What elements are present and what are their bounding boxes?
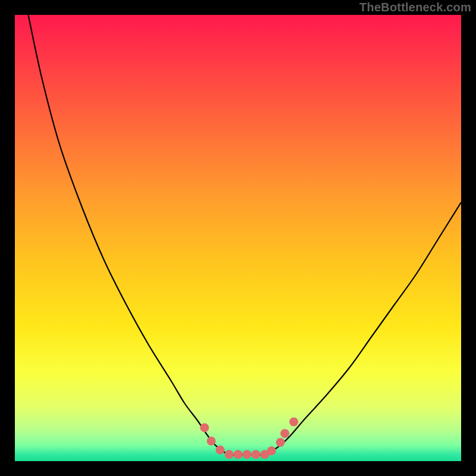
marker-point [280,429,289,438]
marker-point [200,423,209,432]
marker-point [267,446,276,455]
watermark-text: TheBottleneck.com [359,1,471,14]
plot-area [15,15,461,461]
chart-frame: TheBottleneck.com [0,0,476,476]
marker-point [216,446,225,455]
marker-point [243,450,252,459]
marker-point [289,418,298,427]
bottleneck-curve [29,15,462,455]
marker-point [252,450,261,459]
marker-point [225,450,234,459]
sample-markers [200,418,298,459]
marker-point [276,438,285,447]
marker-point [234,450,243,459]
marker-point [207,437,216,446]
curve-layer [15,15,461,461]
